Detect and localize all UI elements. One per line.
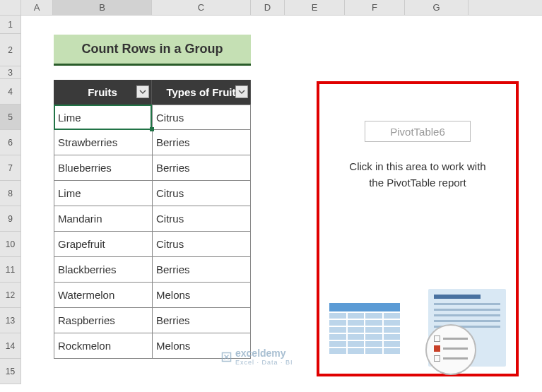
row-header-9[interactable]: 9 — [0, 206, 21, 232]
sheet-title: Count Rows in a Group — [54, 35, 251, 66]
cell-B14[interactable]: Rockmelon — [54, 333, 152, 359]
row-header-13[interactable]: 13 — [0, 308, 21, 333]
cell-C6[interactable]: Berries — [152, 130, 251, 155]
col-header-B[interactable]: B — [53, 0, 152, 15]
col-header-G[interactable]: G — [405, 0, 469, 15]
cell-B6[interactable]: Strawberries — [54, 130, 152, 155]
row-header-4[interactable]: 4 — [0, 79, 21, 105]
cell-C11[interactable]: Berries — [152, 257, 251, 283]
row-header-7[interactable]: 7 — [0, 155, 21, 181]
row-header-12[interactable]: 12 — [0, 283, 21, 308]
pivottable-placeholder[interactable]: PivotTable6 Click in this area to work w… — [317, 81, 519, 376]
cell-B5[interactable]: Lime — [54, 105, 152, 130]
row-header-2[interactable]: 2 — [0, 34, 21, 66]
col-header-D[interactable]: D — [251, 0, 285, 15]
cell-B8[interactable]: Lime — [54, 181, 152, 206]
row-header-8[interactable]: 8 — [0, 181, 21, 206]
logo-icon — [221, 352, 232, 362]
watermark-tagline: Excel · Data · BI — [235, 359, 293, 366]
row-header-3[interactable]: 3 — [0, 66, 21, 79]
watermark: exceldemy Excel · Data · BI — [221, 348, 293, 366]
table-header-fruits: Fruits — [54, 80, 152, 105]
header-label: Fruits — [88, 86, 117, 98]
row-header-1[interactable]: 1 — [0, 16, 21, 34]
pivot-fields-icon — [425, 324, 476, 375]
watermark-brand: exceldemy — [235, 348, 293, 359]
col-header-C[interactable]: C — [152, 0, 251, 15]
pivottable-name: PivotTable6 — [365, 121, 471, 142]
cell-B10[interactable]: Grapefruit — [54, 232, 152, 257]
chevron-down-icon — [238, 88, 245, 95]
select-all-corner[interactable] — [0, 0, 21, 15]
row-header-15[interactable]: 15 — [0, 359, 21, 384]
cell-B11[interactable]: Blackberries — [54, 257, 152, 283]
cell-B9[interactable]: Mandarin — [54, 206, 152, 232]
cell-C13[interactable]: Berries — [152, 308, 251, 333]
pivot-msg-line2: the PivotTable report — [329, 175, 506, 191]
row-header-5[interactable]: 5 — [0, 105, 21, 130]
cell-B12[interactable]: Watermelon — [54, 283, 152, 308]
cell-C12[interactable]: Melons — [152, 283, 251, 308]
table-body: LimeCitrus StrawberriesBerries Blueberri… — [54, 105, 251, 359]
cell-C10[interactable]: Citrus — [152, 232, 251, 257]
row-header-14[interactable]: 14 — [0, 333, 21, 359]
column-headers: A B C D E F G — [0, 0, 542, 16]
col-header-A[interactable]: A — [21, 0, 53, 15]
row-header-11[interactable]: 11 — [0, 257, 21, 283]
cell-C9[interactable]: Citrus — [152, 206, 251, 232]
header-label: Types of Fruit — [166, 86, 235, 98]
col-header-E[interactable]: E — [285, 0, 345, 15]
row-header-10[interactable]: 10 — [0, 232, 21, 257]
pivottable-message: Click in this area to work with the Pivo… — [329, 159, 506, 191]
row-header-6[interactable]: 6 — [0, 130, 21, 155]
cell-B7[interactable]: Blueberries — [54, 155, 152, 181]
chevron-down-icon — [139, 88, 146, 95]
pivot-table-icon — [329, 303, 400, 367]
pivot-msg-line1: Click in this area to work with — [329, 159, 506, 175]
cell-B13[interactable]: Raspberries — [54, 308, 152, 333]
cell-C8[interactable]: Citrus — [152, 181, 251, 206]
cell-C7[interactable]: Berries — [152, 155, 251, 181]
filter-button-types[interactable] — [235, 85, 248, 98]
cell-C5[interactable]: Citrus — [152, 105, 251, 130]
data-table: Fruits Types of Fruit LimeCitrus Strawbe… — [54, 80, 251, 359]
filter-button-fruits[interactable] — [136, 85, 149, 98]
col-header-F[interactable]: F — [345, 0, 405, 15]
pivot-graphics — [329, 289, 506, 367]
table-header-types: Types of Fruit — [152, 80, 251, 105]
